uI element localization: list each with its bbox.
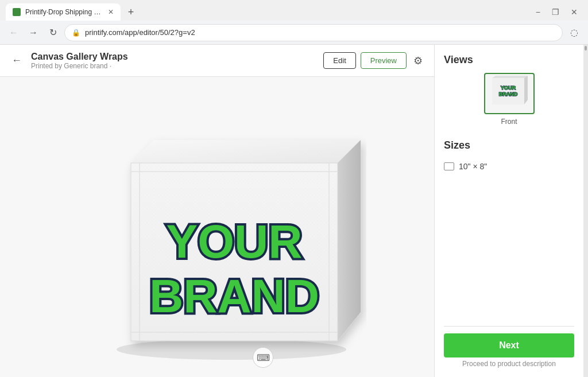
views-section: Views YOUR BRAND YOUR (444, 54, 574, 137)
browser-chrome: Printify·Drop Shipping Print on D ✕ + − … (0, 0, 588, 45)
scrollbar[interactable] (583, 45, 588, 377)
tab-close-icon[interactable]: ✕ (108, 8, 114, 16)
header-actions: Edit Preview ⚙ (323, 52, 425, 69)
size-label: 10" × 8" (459, 162, 487, 171)
views-title: Views (444, 54, 574, 66)
new-tab-button[interactable]: + (123, 4, 139, 20)
view-thumb-svg: YOUR BRAND YOUR BRAND (488, 76, 531, 111)
browser-tab[interactable]: Printify·Drop Shipping Print on D ✕ (6, 3, 121, 21)
header-info: Canvas Gallery Wraps Printed by Generic … (31, 52, 316, 70)
sidebar-spacer (444, 174, 574, 326)
reload-button[interactable]: ↻ (45, 25, 61, 41)
product-subtitle: Printed by Generic brand · (31, 62, 316, 70)
keyboard-icon-button[interactable]: ⌨ (253, 347, 273, 368)
svg-text:BRAND: BRAND (498, 91, 517, 97)
browser-actions: ◌ (566, 25, 582, 41)
size-item[interactable]: 10" × 8" (444, 158, 574, 174)
browser-toolbar: ← → ↻ 🔒 printify.com/app/editor/50/2?g=v… (0, 21, 588, 45)
keyboard-icon: ⌨ (257, 352, 270, 363)
close-button[interactable]: ✕ (566, 6, 582, 18)
brand-text-line1-green: YOUR (167, 215, 303, 267)
url-text: printify.com/app/editor/50/2?g=v2 (85, 28, 555, 37)
app-wrapper: ← Canvas Gallery Wraps Printed by Generi… (0, 45, 588, 377)
sizes-title: Sizes (444, 139, 574, 151)
canvas-mockup-svg: YOUR BRAND YOUR BRAND (68, 88, 366, 364)
main-area: ← Canvas Gallery Wraps Printed by Generi… (0, 45, 434, 377)
restore-button[interactable]: ❐ (547, 6, 564, 18)
canvas-wrap: YOUR BRAND YOUR BRAND (68, 88, 366, 366)
sidebar-bottom: Next Proceed to product description (444, 326, 574, 368)
view-front-thumb[interactable]: YOUR BRAND YOUR BRAND (484, 73, 535, 114)
lock-icon: 🔒 (72, 29, 80, 37)
view-front-label: Front (501, 118, 517, 126)
size-dimensions-icon (444, 162, 454, 170)
svg-marker-6 (338, 140, 361, 341)
browser-titlebar: Printify·Drop Shipping Print on D ✕ + − … (0, 0, 588, 21)
svg-marker-13 (492, 76, 528, 78)
canvas-preview-area: YOUR BRAND YOUR BRAND ⌨ (0, 77, 434, 377)
settings-button[interactable]: ⚙ (411, 52, 425, 69)
minimize-button[interactable]: − (531, 6, 545, 18)
next-subtitle: Proceed to product description (462, 360, 556, 368)
brand-text-line2-green: BRAND (149, 270, 319, 322)
product-title: Canvas Gallery Wraps (31, 52, 316, 62)
svg-text:YOUR: YOUR (500, 85, 516, 91)
views-grid: YOUR BRAND YOUR BRAND Front (444, 73, 574, 126)
back-button[interactable]: ← (9, 52, 24, 69)
view-front-item[interactable]: YOUR BRAND YOUR BRAND Front (444, 73, 574, 126)
sidebar: Views YOUR BRAND YOUR (434, 45, 583, 377)
window-controls: − ❐ ✕ (531, 6, 582, 18)
svg-marker-5 (131, 140, 361, 163)
next-button[interactable]: Next (444, 333, 574, 357)
address-bar[interactable]: 🔒 printify.com/app/editor/50/2?g=v2 (64, 24, 563, 41)
tab-favicon (13, 8, 21, 16)
extensions-button[interactable]: ◌ (566, 25, 582, 41)
edit-button[interactable]: Edit (323, 52, 355, 69)
back-nav-button[interactable]: ← (6, 25, 22, 41)
svg-point-3 (117, 339, 346, 360)
sizes-section: Sizes 10" × 8" (444, 139, 574, 174)
app-header: ← Canvas Gallery Wraps Printed by Generi… (0, 45, 434, 77)
forward-nav-button[interactable]: → (25, 25, 41, 41)
preview-button[interactable]: Preview (361, 52, 407, 69)
svg-marker-14 (524, 76, 528, 104)
tab-title: Printify·Drop Shipping Print on D (25, 8, 103, 16)
